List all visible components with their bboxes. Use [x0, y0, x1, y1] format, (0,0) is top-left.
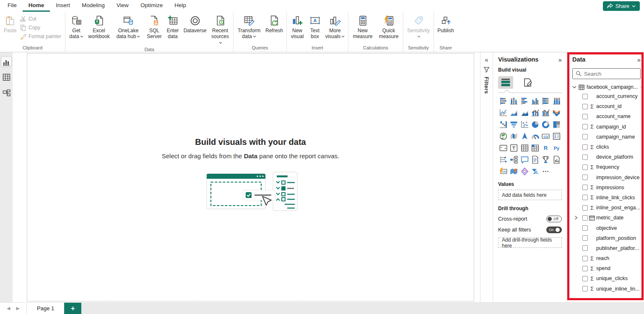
menu-item-view[interactable]: View	[111, 0, 135, 12]
arcgis-map-icon[interactable]	[509, 167, 519, 176]
field-checkbox[interactable]	[582, 205, 588, 211]
keep-all-filters-toggle[interactable]: On	[546, 226, 562, 233]
data-search-box[interactable]	[572, 68, 641, 79]
field-checkbox[interactable]	[582, 235, 588, 241]
menu-item-modeling[interactable]: Modeling	[76, 0, 111, 12]
waterfall-chart-icon[interactable]	[498, 120, 509, 129]
area-chart-icon[interactable]	[509, 108, 519, 117]
page-tab-page-1[interactable]: Page 1	[27, 303, 64, 314]
report-canvas[interactable]: Build visuals with your data Select or d…	[27, 53, 474, 301]
matrix-icon[interactable]	[530, 143, 540, 152]
more-options-icon[interactable]: ⋯	[640, 84, 644, 90]
collapse-visualizations-icon[interactable]: »	[558, 57, 562, 63]
search-input[interactable]	[584, 71, 637, 77]
kpi-icon[interactable]	[498, 143, 509, 152]
field-inline_link_clicks[interactable]: Σinline_link_clicks	[572, 193, 641, 203]
enter-data-button[interactable]: Enter data	[164, 14, 182, 41]
field-checkbox[interactable]	[582, 195, 588, 200]
key-influencers-icon[interactable]	[498, 155, 509, 164]
field-checkbox[interactable]	[582, 154, 588, 160]
ribbon-chart-icon[interactable]	[551, 108, 562, 117]
donut-chart-icon[interactable]	[540, 120, 551, 129]
slicer-icon[interactable]	[509, 143, 519, 152]
more-options-icon[interactable]	[540, 167, 551, 176]
field-checkbox[interactable]	[582, 175, 588, 180]
field-checkbox[interactable]	[582, 165, 588, 170]
field-account_id[interactable]: Σaccount_id	[572, 101, 641, 111]
add-data-fields-dropzone[interactable]: Add data fields here	[498, 190, 562, 200]
field-device_platform[interactable]: device_platform	[572, 152, 641, 162]
build-visual-tab[interactable]	[498, 76, 513, 89]
field-spend[interactable]: Σspend	[572, 263, 641, 273]
100-stacked-bar-chart-icon[interactable]	[540, 96, 551, 106]
line-chart-icon[interactable]	[498, 108, 509, 117]
next-page-arrow-icon[interactable]: ▶	[16, 306, 20, 311]
menu-item-optimize[interactable]: Optimize	[135, 0, 169, 12]
new-visual-button[interactable]: New visual	[288, 14, 306, 41]
qa-visual-icon[interactable]	[519, 155, 530, 164]
more-visuals-button[interactable]: More visuals	[323, 14, 347, 41]
format-painter-button[interactable]: Format painter	[20, 33, 61, 40]
refresh-button[interactable]: Refresh	[263, 14, 285, 35]
pie-chart-icon[interactable]	[530, 120, 540, 129]
menu-item-help[interactable]: Help	[169, 0, 192, 12]
new-measure-button[interactable]: New measure	[350, 14, 376, 41]
field-checkbox[interactable]	[582, 114, 588, 119]
field-unique_inline_lin[interactable]: Σunique_inline_lin...	[572, 284, 641, 294]
excel-workbook-button[interactable]: XExcel workbook	[86, 14, 112, 41]
recent-sources-button[interactable]: Recent sources	[208, 14, 232, 46]
sql-server-button[interactable]: SQL Server	[145, 14, 164, 41]
expand-filters-icon[interactable]: «	[485, 57, 488, 63]
text-box-button[interactable]: AText box	[306, 14, 323, 41]
field-clicks[interactable]: Σclicks	[572, 142, 641, 152]
chevron-down-icon[interactable]	[572, 86, 576, 89]
field-publisher_platfor[interactable]: publisher_platfor...	[572, 243, 641, 253]
report-view-button[interactable]	[1, 57, 11, 67]
transform-data-button[interactable]: Transform data	[235, 14, 263, 41]
field-frequency[interactable]: Σfrequency	[572, 162, 641, 172]
decomposition-tree-icon[interactable]	[509, 155, 519, 164]
dataverse-button[interactable]: Dataverse	[182, 14, 208, 35]
field-checkbox[interactable]	[582, 245, 588, 251]
clustered-column-chart-icon[interactable]	[530, 96, 540, 106]
table-view-button[interactable]	[1, 72, 11, 82]
cut-button[interactable]: Cut	[20, 15, 61, 22]
custom-visual-icon[interactable]	[519, 167, 530, 176]
model-view-button[interactable]	[1, 88, 11, 98]
previous-page-arrow-icon[interactable]: ◀	[7, 306, 10, 311]
stacked-column-chart-icon[interactable]	[509, 96, 519, 106]
stacked-area-chart-icon[interactable]	[519, 108, 530, 117]
sensitivity-button[interactable]: Sensitivity	[405, 14, 432, 41]
paginated-report-icon[interactable]	[551, 155, 562, 164]
python-visual-icon[interactable]: Py	[551, 143, 562, 152]
field-platform_position[interactable]: platform_position	[572, 233, 641, 243]
gauge-icon[interactable]	[530, 131, 540, 141]
field-objective[interactable]: objective	[572, 223, 641, 233]
field-checkbox[interactable]	[582, 124, 588, 129]
share-button[interactable]: Share	[603, 1, 640, 11]
card-icon[interactable]: 123	[540, 131, 551, 141]
r-script-visual-icon[interactable]: R	[540, 143, 551, 152]
scatter-chart-icon[interactable]	[519, 120, 530, 129]
paste-button[interactable]: Paste	[1, 14, 19, 35]
field-checkbox[interactable]	[582, 104, 588, 109]
field-impression_device[interactable]: impression_device	[572, 172, 641, 183]
metrics-icon[interactable]	[540, 155, 551, 164]
funnel-chart-icon[interactable]	[509, 120, 519, 129]
field-checkbox[interactable]	[582, 134, 588, 139]
field-inline_post_enga[interactable]: Σinline_post_enga...	[572, 203, 641, 213]
power-apps-icon[interactable]: 123	[498, 167, 509, 176]
field-checkbox[interactable]	[582, 286, 588, 291]
table-icon[interactable]	[519, 143, 530, 152]
line-and-clustered-column-chart-icon[interactable]	[540, 108, 551, 117]
filter-funnel-icon[interactable]	[483, 67, 490, 73]
stacked-bar-chart-icon[interactable]	[498, 96, 509, 106]
expand-chevron-icon[interactable]	[573, 216, 579, 220]
field-checkbox[interactable]	[582, 256, 588, 261]
menu-item-home[interactable]: Home	[23, 0, 50, 12]
field-checkbox[interactable]	[582, 185, 588, 190]
line-and-stacked-column-chart-icon[interactable]	[530, 108, 540, 117]
onelake-data-hub-button[interactable]: OneLake data hub	[112, 14, 145, 41]
field-impressions[interactable]: Σimpressions	[572, 183, 641, 193]
map-icon[interactable]	[498, 131, 509, 141]
